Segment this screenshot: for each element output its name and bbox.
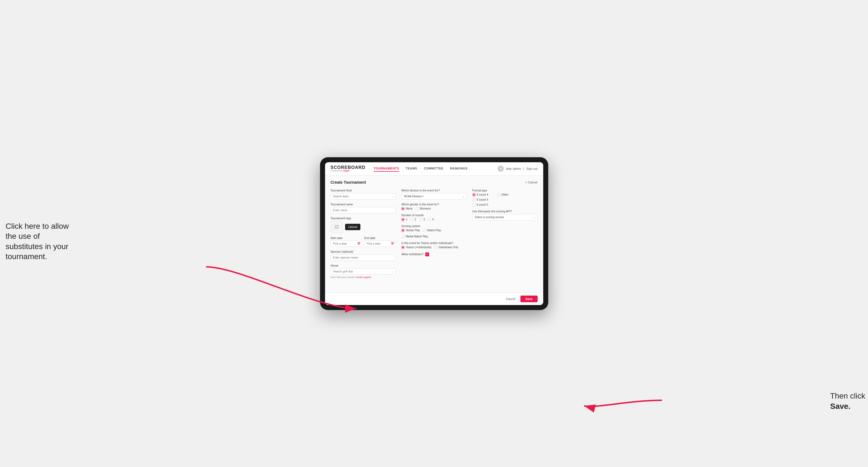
form-section-middle: Which division is the event for? NCAA Di… xyxy=(401,189,467,282)
radio-womens-circle xyxy=(415,207,419,210)
page-title: Create Tournament xyxy=(331,180,366,185)
rounds-label: Number of rounds xyxy=(401,214,467,217)
email-support-link[interactable]: email support xyxy=(356,276,371,279)
form-grid: Tournament Host Tournament name Tourname… xyxy=(331,189,538,282)
back-link[interactable]: Cancel xyxy=(525,181,538,184)
scoring-match[interactable]: Match Play xyxy=(423,229,441,232)
venue-group: Venue Can't find your venue? email suppo… xyxy=(331,264,396,279)
scoring-medal-match[interactable]: Medal Match Play xyxy=(401,235,428,238)
radio-mens-circle xyxy=(401,207,405,210)
scoring-api-label: Use third-party live scoring API? xyxy=(472,210,538,213)
teams-label: Is this event for Teams and/or Individua… xyxy=(401,242,467,245)
end-date-label: End date xyxy=(364,237,396,240)
radio-round2 xyxy=(410,218,413,221)
scoring-group: Scoring system Stroke Play Match Play xyxy=(401,225,467,238)
save-button[interactable]: Save xyxy=(520,295,538,302)
upload-button[interactable]: Upload xyxy=(345,224,361,230)
scoring-api-select[interactable]: Select a scoring service xyxy=(472,214,538,220)
tournament-host-input[interactable] xyxy=(331,193,396,199)
format-other[interactable]: Other xyxy=(497,193,508,196)
radio-round3 xyxy=(419,218,422,221)
division-label: Which division is the event for? xyxy=(401,189,467,192)
rounds-3[interactable]: 3 xyxy=(419,218,425,221)
logo-placeholder: 🖼 xyxy=(331,221,343,233)
page-header: Create Tournament Cancel xyxy=(331,180,538,185)
substitutes-checkbox[interactable] xyxy=(425,252,429,256)
sponsor-input[interactable] xyxy=(331,254,396,261)
tournament-name-input[interactable] xyxy=(331,207,396,214)
tournament-host-group: Tournament Host xyxy=(331,189,396,199)
venue-input[interactable] xyxy=(331,268,396,275)
rounds-group: Number of rounds 1 2 xyxy=(401,214,467,221)
radio-6count4 xyxy=(472,198,475,201)
format-group: Format type 5 count 4 Other xyxy=(472,189,538,207)
tournament-logo-group: Tournament logo 🖼 Upload xyxy=(331,217,396,233)
start-date-group: Start date 📅 xyxy=(331,237,362,247)
tournament-logo-label: Tournament logo xyxy=(331,217,396,220)
format-6count5[interactable]: 6 count 5 xyxy=(472,203,538,207)
tournament-name-label: Tournament name xyxy=(331,203,396,206)
logo-area: SCOREBOARD Powered by clippd xyxy=(331,165,366,172)
tournament-host-label: Tournament Host xyxy=(331,189,396,192)
substitutes-group: Allow substitutes? xyxy=(401,252,467,256)
substitutes-label: Allow substitutes? xyxy=(401,253,424,256)
radio-round4 xyxy=(428,218,431,221)
individuals-only[interactable]: Individuals Only xyxy=(434,246,458,249)
format-6count4[interactable]: 6 count 4 xyxy=(472,198,538,201)
nav-right: B blair admin | Sign out xyxy=(498,165,537,172)
annotation-left: Click here to allow the use of substitut… xyxy=(6,221,78,262)
format-label: Format type xyxy=(472,189,538,192)
user-label: blair admin xyxy=(506,167,521,170)
date-row: Start date 📅 End date 📅 xyxy=(331,237,396,247)
radio-6count5 xyxy=(472,203,475,207)
nav-link-committee[interactable]: COMMITTEE xyxy=(424,165,443,172)
logo-scoreboard: SCOREBOARD xyxy=(331,165,366,170)
start-date-wrap: 📅 xyxy=(331,241,362,247)
division-group: Which division is the event for? NCAA Di… xyxy=(401,189,467,199)
nav-link-rankings[interactable]: RANKINGS xyxy=(450,165,468,172)
calendar-icon-end: 📅 xyxy=(391,242,394,245)
tournament-host-wrapper xyxy=(331,193,396,199)
radio-individuals xyxy=(434,246,437,249)
venue-help: Can't find your venue? email support xyxy=(331,276,396,279)
venue-select-wrapper xyxy=(331,268,396,275)
nav-link-tournaments[interactable]: TOURNAMENTS xyxy=(374,165,399,172)
tournament-name-group: Tournament name xyxy=(331,203,396,214)
radio-5count4 xyxy=(472,193,475,196)
radio-medal-match xyxy=(401,235,405,238)
page-footer: Cancel Save xyxy=(325,292,543,305)
gender-womens[interactable]: Womens xyxy=(415,207,431,210)
logo-powered: Powered by clippd xyxy=(331,170,366,172)
format-5count4[interactable]: 5 count 4 xyxy=(472,193,488,196)
page-content: Create Tournament Cancel Tournament Host… xyxy=(325,176,543,292)
sponsor-label: Sponsor (optional) xyxy=(331,250,396,253)
cancel-button[interactable]: Cancel xyxy=(503,296,518,302)
avatar: B xyxy=(498,165,504,172)
nav-links: TOURNAMENTS TEAMS COMMITTEE RANKINGS xyxy=(374,165,498,172)
annotation-right: Then click Save. xyxy=(830,391,865,411)
radio-round1 xyxy=(401,218,405,221)
gender-label: Which gender is the event for? xyxy=(401,203,467,206)
gender-mens[interactable]: Mens xyxy=(401,207,412,210)
radio-match xyxy=(423,229,426,232)
division-select[interactable]: NCAA Division I NCAA Division II NCAA Di… xyxy=(401,193,467,199)
navbar: SCOREBOARD Powered by clippd TOURNAMENTS… xyxy=(325,162,543,176)
scoring-api-group: Use third-party live scoring API? Select… xyxy=(472,210,538,220)
end-date-group: End date 📅 xyxy=(364,237,396,247)
separator: | xyxy=(523,167,524,170)
nav-link-teams[interactable]: TEAMS xyxy=(406,165,417,172)
scoring-stroke[interactable]: Stroke Play xyxy=(401,229,420,232)
rounds-2[interactable]: 2 xyxy=(410,218,416,221)
venue-label: Venue xyxy=(331,264,396,267)
form-section-right: Format type 5 count 4 Other xyxy=(472,189,538,282)
logo-upload-row: 🖼 Upload xyxy=(331,221,396,233)
teams-plus-individuals[interactable]: Teams (+Individuals) xyxy=(401,246,431,249)
rounds-1[interactable]: 1 xyxy=(401,218,407,221)
gender-radio-group: Mens Womens xyxy=(401,207,467,210)
tablet-frame: SCOREBOARD Powered by clippd TOURNAMENTS… xyxy=(320,157,548,310)
signout-link[interactable]: Sign out xyxy=(526,167,537,170)
format-options: 5 count 4 Other 6 count 4 xyxy=(472,193,538,207)
rounds-4[interactable]: 4 xyxy=(428,218,434,221)
start-date-label: Start date xyxy=(331,237,362,240)
rounds-radio-group: 1 2 3 4 xyxy=(401,218,467,221)
